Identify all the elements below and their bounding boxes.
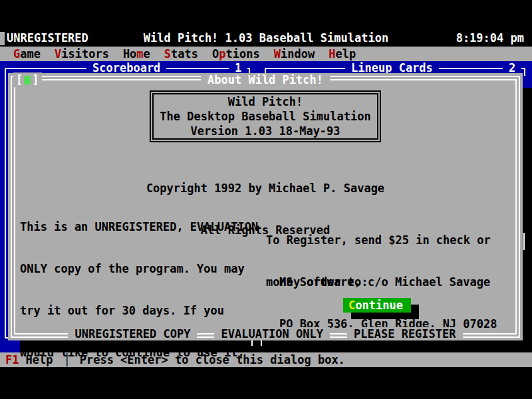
- menu-item-visitors[interactable]: Visitors: [55, 47, 109, 61]
- evaluation-notice-text: This is an UNREGISTERED, EVALUATION ONLY…: [20, 192, 258, 399]
- menu-bar: Game Visitors Home Stats Options Window …: [0, 47, 532, 61]
- window-border-stub: [523, 233, 525, 250]
- program-info-box: Wild Pitch! The Desktop Baseball Simulat…: [150, 90, 381, 142]
- dialog-title: About Wild Pitch!: [201, 73, 330, 86]
- dialog-title-row: About Wild Pitch!: [8, 73, 523, 86]
- clock: 8:19:04 pm: [456, 31, 524, 45]
- program-tagline: The Desktop Baseball Simulation: [154, 109, 377, 124]
- close-box-icon: [24, 76, 31, 84]
- menu-item-options[interactable]: Options: [212, 47, 260, 61]
- dialog-shadow-right: [523, 88, 532, 352]
- menu-item-home[interactable]: Home: [123, 47, 150, 61]
- menu-item-window[interactable]: Window: [274, 47, 315, 61]
- window-border-stub: [261, 340, 262, 346]
- program-version: Version 1.03 18-May-93: [154, 124, 377, 138]
- f1-help-key[interactable]: F1: [5, 353, 19, 366]
- about-dialog: About Wild Pitch! [ ] Wild Pitch! The De…: [8, 73, 523, 340]
- app-title: Wild Pitch! 1.03 Baseball Simulation: [0, 31, 532, 45]
- menu-item-game[interactable]: Game: [13, 47, 41, 61]
- footer-label-unregistered: UNREGISTERED COPY: [68, 327, 197, 340]
- app-title-bar: UNREGISTERED Wild Pitch! 1.03 Baseball S…: [0, 30, 532, 47]
- lineup-window-corner: [524, 68, 525, 76]
- menu-item-stats[interactable]: Stats: [164, 47, 198, 61]
- continue-button[interactable]: Continue: [343, 298, 411, 313]
- menu-item-help[interactable]: Help: [329, 47, 356, 61]
- program-info-box-inner: Wild Pitch! The Desktop Baseball Simulat…: [152, 93, 378, 140]
- dialog-close-button[interactable]: [ ]: [13, 72, 42, 87]
- program-name: Wild Pitch!: [154, 94, 377, 109]
- footer-label-evaluation: EVALUATION ONLY: [214, 327, 330, 340]
- scoreboard-window-left-border: [5, 68, 6, 338]
- footer-label-register: PLEASE REGISTER: [347, 327, 463, 340]
- dialog-footer-row: UNREGISTERED COPY EVALUATION ONLY PLEASE…: [8, 327, 523, 340]
